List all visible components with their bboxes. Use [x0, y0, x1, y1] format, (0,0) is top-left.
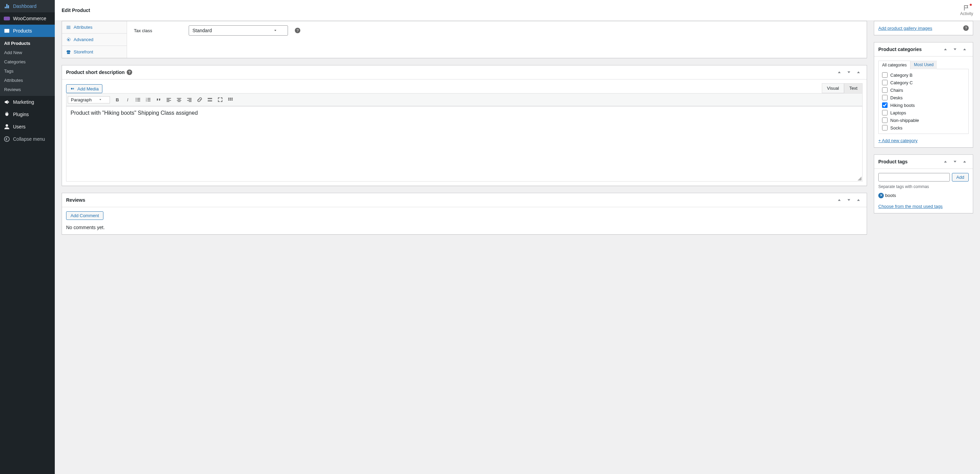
add-tag-button[interactable]: Add — [952, 173, 969, 181]
svg-point-2 — [5, 124, 8, 127]
svg-rect-24 — [166, 101, 169, 102]
category-item[interactable]: Laptops — [881, 109, 966, 116]
tab-label: Storefront — [74, 49, 93, 54]
category-label: Category B — [890, 73, 913, 78]
svg-rect-6 — [67, 28, 70, 29]
category-checkbox[interactable] — [882, 72, 888, 78]
category-item[interactable]: Chairs — [881, 86, 966, 94]
category-checkbox[interactable] — [882, 110, 888, 115]
submenu-reviews[interactable]: Reviews — [0, 85, 55, 94]
cat-tab-most-used[interactable]: Most Used — [910, 60, 937, 69]
move-up-button[interactable] — [941, 157, 950, 166]
move-up-button[interactable] — [941, 45, 950, 53]
submenu-all-products[interactable]: All Products — [0, 39, 55, 48]
add-media-button[interactable]: Add Media — [66, 84, 102, 93]
bold-button[interactable]: B — [113, 95, 122, 105]
sidebar-item-plugins[interactable]: Plugins — [0, 108, 55, 121]
editor-content[interactable]: Product with "Hiking boots" Shipping Cla… — [66, 106, 862, 181]
activity-label: Activity — [960, 11, 973, 16]
category-item[interactable]: Category C — [881, 79, 966, 86]
choose-tags-link[interactable]: Choose from the most used tags — [878, 204, 943, 209]
submenu-attributes[interactable]: Attributes — [0, 76, 55, 85]
editor-tab-text[interactable]: Text — [844, 83, 862, 93]
fullscreen-button[interactable] — [215, 95, 225, 105]
move-down-button[interactable] — [951, 157, 959, 166]
move-down-button[interactable] — [845, 196, 853, 204]
chevron-down-icon — [273, 29, 277, 33]
submenu-tags[interactable]: Tags — [0, 67, 55, 76]
align-right-button[interactable] — [185, 95, 194, 105]
bullet-list-button[interactable] — [133, 95, 143, 105]
align-center-button[interactable] — [174, 95, 184, 105]
activity-button[interactable]: Activity — [960, 5, 973, 16]
products-icon — [3, 27, 10, 34]
move-down-button[interactable] — [951, 45, 959, 53]
category-checkbox[interactable] — [882, 125, 888, 130]
category-checkbox[interactable] — [882, 80, 888, 85]
move-up-button[interactable] — [835, 196, 843, 204]
editor-tab-visual[interactable]: Visual — [822, 83, 844, 93]
toolbar-toggle-button[interactable] — [226, 95, 235, 105]
svg-rect-36 — [228, 98, 229, 99]
category-item[interactable]: Socks — [881, 124, 966, 132]
tag-input[interactable] — [878, 173, 950, 181]
svg-rect-23 — [166, 100, 171, 101]
paragraph-select[interactable]: Paragraph — [68, 96, 110, 103]
storefront-icon — [66, 50, 71, 54]
tab-storefront[interactable]: Storefront — [62, 46, 127, 58]
sidebar-item-marketing[interactable]: Marketing — [0, 96, 55, 108]
category-item[interactable]: Category B — [881, 71, 966, 79]
svg-rect-22 — [166, 99, 169, 100]
category-label: Desks — [890, 95, 903, 100]
category-item[interactable]: Desks — [881, 94, 966, 101]
help-icon[interactable]: ? — [963, 25, 969, 31]
link-button[interactable] — [195, 95, 204, 105]
italic-button[interactable]: I — [123, 95, 132, 105]
sidebar-item-label: Products — [13, 28, 32, 33]
svg-rect-28 — [178, 101, 180, 102]
align-left-button[interactable] — [164, 95, 173, 105]
help-icon[interactable]: ? — [295, 28, 300, 33]
category-item[interactable]: Non-shippable — [881, 116, 966, 124]
svg-rect-34 — [207, 99, 212, 100]
sidebar-item-collapse[interactable]: Collapse menu — [0, 133, 55, 145]
move-down-button[interactable] — [845, 68, 853, 76]
sidebar-item-users[interactable]: Users — [0, 121, 55, 133]
svg-rect-14 — [137, 101, 140, 101]
add-comment-button[interactable]: Add Comment — [66, 211, 103, 220]
toggle-button[interactable] — [961, 45, 969, 53]
help-icon[interactable]: ? — [127, 70, 132, 75]
product-data-box: Attributes Advanced Storefront — [62, 21, 867, 58]
sidebar-item-dashboard[interactable]: Dashboard — [0, 0, 55, 12]
remove-tag-button[interactable]: ✕ — [878, 193, 884, 198]
toggle-button[interactable] — [854, 68, 862, 76]
add-new-category-link[interactable]: + Add new category — [878, 138, 918, 143]
category-checkbox[interactable] — [882, 87, 888, 93]
category-checkbox[interactable] — [882, 95, 888, 100]
category-list: Category BCategory CChairsDesksHiking bo… — [878, 69, 969, 134]
products-submenu: All Products Add New Categories Tags Att… — [0, 37, 55, 96]
submenu-add-new[interactable]: Add New — [0, 48, 55, 57]
svg-point-8 — [71, 88, 73, 90]
toggle-button[interactable] — [854, 196, 862, 204]
add-gallery-images-link[interactable]: Add product gallery images — [878, 26, 932, 31]
submenu-categories[interactable]: Categories — [0, 57, 55, 67]
tax-class-select[interactable]: Standard — [189, 25, 288, 36]
category-item[interactable]: Hiking boots — [881, 101, 966, 109]
sidebar-item-label: Collapse menu — [13, 136, 45, 142]
blockquote-button[interactable] — [154, 95, 163, 105]
resize-handle[interactable] — [858, 177, 862, 180]
insert-more-button[interactable] — [205, 95, 215, 105]
category-checkbox[interactable] — [882, 102, 888, 108]
numbered-list-button[interactable]: 123 — [143, 95, 153, 105]
toggle-button[interactable] — [961, 157, 969, 166]
move-up-button[interactable] — [835, 68, 843, 76]
sidebar-item-woocommerce[interactable]: WooCommerce — [0, 12, 55, 25]
tab-attributes[interactable]: Attributes — [62, 21, 127, 33]
category-checkbox[interactable] — [882, 118, 888, 123]
svg-point-9 — [135, 98, 136, 99]
cat-tab-all[interactable]: All categories — [878, 60, 910, 69]
tab-advanced[interactable]: Advanced — [62, 33, 127, 46]
sidebar-item-products[interactable]: Products — [0, 25, 55, 37]
sidebar-item-label: Marketing — [13, 99, 34, 105]
